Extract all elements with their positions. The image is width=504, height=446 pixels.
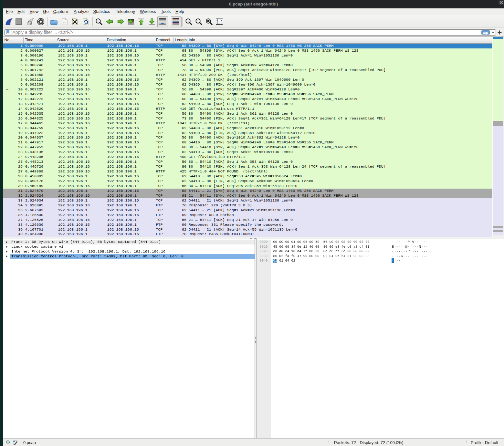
svg-text:0111: 0111: [63, 23, 67, 25]
